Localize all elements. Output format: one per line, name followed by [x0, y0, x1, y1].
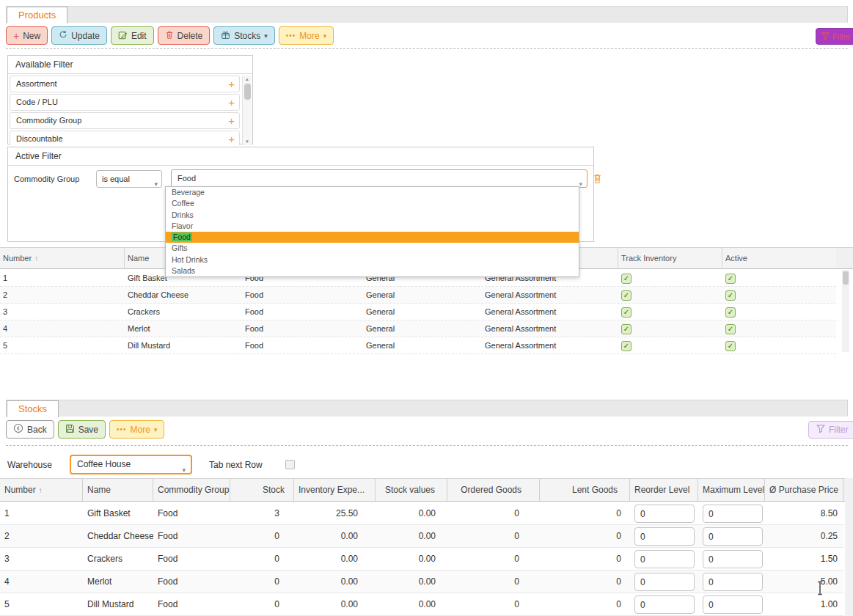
more-button[interactable]: ••• More ▾ — [109, 420, 164, 439]
update-button[interactable]: Update — [51, 26, 107, 45]
add-filter-icon[interactable]: + — [228, 95, 235, 110]
column-header-ordered-goods[interactable]: Ordered Goods — [447, 479, 540, 501]
maximum-level-input[interactable] — [703, 550, 763, 568]
column-header-maximum-level[interactable]: Maximum Level — [698, 479, 765, 501]
operator-select[interactable]: is equal ▾ — [96, 170, 162, 188]
table-row[interactable]: 2 Cheddar Cheese Food General General As… — [0, 287, 836, 304]
option-beverage[interactable]: Beverage — [166, 187, 579, 198]
column-header-commodity-group[interactable]: Commodity Group — [153, 479, 230, 501]
products-scrollbar[interactable] — [842, 270, 849, 352]
delete-button[interactable]: Delete — [158, 26, 210, 45]
maximum-level-input[interactable] — [703, 505, 763, 523]
add-filter-icon[interactable]: + — [228, 113, 235, 128]
filter-item-assortment[interactable]: Assortment + — [10, 76, 240, 92]
new-button[interactable]: + New — [6, 26, 48, 45]
filter-item-commodity-group[interactable]: Commodity Group + — [10, 112, 240, 129]
maximum-level-input[interactable] — [703, 595, 763, 614]
tab-next-row-checkbox[interactable] — [285, 460, 295, 469]
reorder-level-input[interactable] — [634, 527, 695, 546]
column-header-active[interactable]: Active — [722, 248, 836, 269]
scroll-down-icon[interactable]: ▼ — [243, 138, 252, 145]
cell-tax: General — [363, 304, 482, 320]
cell-stock-values: 0.00 — [376, 502, 447, 524]
active-filter-field: Commodity Group — [14, 175, 96, 183]
column-header-reorder-level[interactable]: Reorder Level — [630, 479, 698, 501]
option-drinks[interactable]: Drinks — [166, 210, 579, 221]
active-filter-row: Commodity Group is equal ▾ Food ▾ — [14, 169, 602, 188]
available-filter-scrollbar[interactable]: ▲ ▼ — [242, 76, 252, 145]
cell-commodity-group: Food — [153, 548, 230, 570]
reorder-level-input[interactable] — [634, 573, 695, 591]
header-label: Name — [87, 485, 111, 495]
filter-value-combobox[interactable]: Food ▾ — [171, 169, 587, 188]
warehouse-label: Warehouse — [7, 460, 52, 470]
sort-ascending-icon: ↑ — [34, 254, 38, 263]
cell-name: Merlot — [83, 571, 153, 593]
table-row[interactable]: 3 Crackers Food General General Assortme… — [0, 304, 836, 320]
cell-name: Dill Mustard — [125, 337, 242, 353]
edit-button[interactable]: Edit — [111, 26, 154, 45]
column-header-inventory-expected[interactable]: Inventory Expe... — [294, 479, 376, 501]
reorder-level-input[interactable] — [634, 505, 695, 523]
table-row[interactable]: 3 Crackers Food 0 0.00 0.00 0 0 1.50 — [0, 548, 843, 571]
remove-filter-button[interactable] — [593, 173, 602, 184]
cell-name: Cheddar Cheese — [125, 287, 242, 303]
cell-commodity-group: Food — [153, 525, 230, 547]
add-filter-icon[interactable]: + — [228, 76, 235, 92]
tab-next-row-label: Tab next Row — [209, 460, 263, 470]
cell-number: 3 — [0, 548, 83, 570]
option-flavor[interactable]: Flavor — [166, 221, 579, 232]
option-salads[interactable]: Salads — [166, 265, 579, 276]
save-button[interactable]: Save — [58, 420, 106, 439]
header-filler — [836, 247, 853, 269]
stocks-scrollbar[interactable] — [845, 478, 853, 616]
warehouse-select[interactable]: Coffee House ▾ — [70, 455, 192, 474]
table-row[interactable]: 5 Dill Mustard Food General General Asso… — [0, 337, 836, 354]
column-header-stock[interactable]: Stock — [230, 479, 294, 501]
column-header-stock-values[interactable]: Stock values — [376, 479, 447, 501]
tab-products[interactable]: Products — [7, 7, 67, 23]
scrollbar-thumb[interactable] — [244, 84, 251, 100]
table-row[interactable]: 4 Merlot Food 0 0.00 0.00 0 0 5.00 — [0, 571, 843, 593]
cell-purchase-price: 8.50 — [765, 502, 843, 524]
cell-stock-values: 0.00 — [376, 571, 447, 593]
cell-name: Dill Mustard — [83, 593, 153, 615]
reorder-level-input[interactable] — [634, 550, 695, 568]
option-gifts[interactable]: Gifts — [166, 243, 579, 254]
scrollbar-thumb[interactable] — [843, 271, 849, 285]
filter-item-code-plu[interactable]: Code / PLU + — [10, 94, 240, 111]
warehouse-value: Coffee House — [77, 459, 131, 469]
scroll-up-icon[interactable]: ▲ — [243, 76, 252, 83]
column-header-name[interactable]: Name — [83, 479, 153, 501]
header-label: Ordered Goods — [461, 485, 521, 495]
maximum-level-input[interactable] — [703, 573, 763, 591]
chevron-down-icon: ▾ — [264, 32, 268, 40]
cell-stock: 3 — [230, 502, 294, 524]
checkbox-checked-icon: ✓ — [725, 274, 736, 284]
column-header-number[interactable]: Number↑ — [0, 248, 125, 269]
option-coffee[interactable]: Coffee — [166, 198, 579, 209]
back-button[interactable]: Back — [6, 420, 54, 439]
filter-button-disabled[interactable]: Filter — [808, 421, 853, 439]
maximum-level-input[interactable] — [703, 527, 763, 546]
option-food-highlighted[interactable]: Food — [166, 232, 579, 243]
option-hot-drinks[interactable]: Hot Drinks — [166, 254, 579, 265]
cell-lent-goods: 0 — [540, 525, 630, 547]
column-header-track-inventory[interactable]: Track Inventory — [618, 248, 722, 269]
cell-ordered-goods: 0 — [447, 548, 540, 570]
table-row[interactable]: 5 Dill Mustard Food 0 0.00 0.00 0 0 1.00 — [0, 593, 843, 616]
filter-item-discountable[interactable]: Discountable + — [10, 131, 240, 145]
add-filter-icon[interactable]: + — [228, 131, 235, 145]
filter-button-active[interactable]: Filter — [816, 28, 853, 45]
table-row[interactable]: 1 Gift Basket Food 3 25.50 0.00 0 0 8.50 — [0, 502, 843, 525]
column-header-lent-goods[interactable]: Lent Goods — [540, 479, 630, 501]
tab-stocks[interactable]: Stocks — [7, 400, 59, 417]
stocks-button[interactable]: Stocks ▾ — [213, 26, 275, 45]
column-header-purchase-price[interactable]: Ø Purchase Price — [765, 479, 843, 501]
reorder-level-input[interactable] — [634, 595, 695, 614]
table-row[interactable]: 2 Cheddar Cheese Food 0 0.00 0.00 0 0 0.… — [0, 525, 843, 548]
table-row[interactable]: 4 Merlot Food General General Assortment… — [0, 320, 836, 337]
column-header-number[interactable]: Number↑ — [0, 479, 83, 501]
more-button[interactable]: ••• More ▾ — [279, 26, 334, 45]
cell-inventory-expected: 0.00 — [294, 593, 376, 615]
